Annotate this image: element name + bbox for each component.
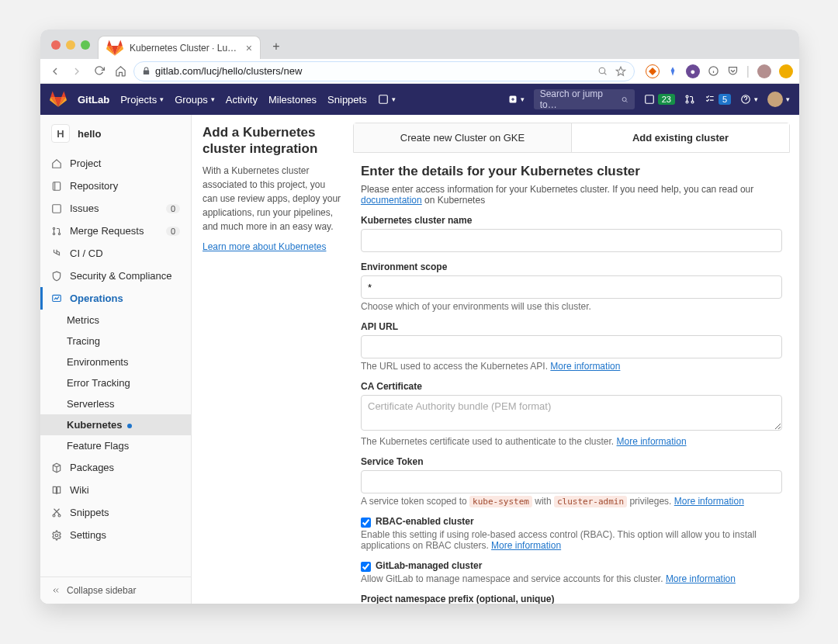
- sidebar-item-project[interactable]: Project: [40, 152, 191, 175]
- rbac-label: RBAC-enabled cluster: [376, 516, 474, 527]
- rbac-checkbox-row: RBAC-enabled cluster: [361, 516, 782, 528]
- issues-icon: [51, 203, 62, 214]
- plus-dropdown[interactable]: ▾: [508, 95, 525, 104]
- tab-add-existing[interactable]: Add existing cluster: [572, 123, 789, 152]
- sidebar-item-snippets[interactable]: Snippets: [40, 501, 191, 524]
- sidebar-sub-feature-flags[interactable]: Feature Flags: [40, 435, 191, 456]
- env-scope-input[interactable]: [361, 275, 782, 299]
- nav-milestones[interactable]: Milestones: [268, 94, 317, 106]
- search-placeholder: Search or jump to…: [540, 88, 616, 110]
- search-in-url-icon[interactable]: [597, 66, 608, 76]
- sidebar-sub-environments[interactable]: Environments: [40, 351, 191, 372]
- api-url-input[interactable]: [361, 335, 782, 358]
- minimize-window-icon[interactable]: [66, 40, 75, 50]
- form-column: Create new Cluster on GKE Add existing c…: [353, 115, 799, 604]
- svg-point-7: [686, 101, 688, 103]
- bookmark-star-icon[interactable]: [615, 66, 626, 77]
- intro-column: Add a Kubernetes cluster integration Wit…: [192, 115, 353, 604]
- issues-link[interactable]: 23: [644, 94, 675, 105]
- sidebar-item-operations[interactable]: Operations: [40, 287, 191, 310]
- sidebar-item-settings[interactable]: Settings: [40, 524, 191, 546]
- nav-more-icon[interactable]: ▾: [378, 94, 396, 105]
- sidebar-item-cicd[interactable]: CI / CD: [40, 242, 191, 265]
- more-info-link[interactable]: More information: [617, 436, 687, 447]
- service-token-help: A service token scoped to kube-system wi…: [361, 496, 782, 507]
- svg-point-14: [58, 233, 60, 234]
- sidebar-project-header[interactable]: H hello: [40, 115, 191, 152]
- user-menu[interactable]: ▾: [767, 92, 790, 107]
- intro-title: Add a Kubernetes cluster integration: [203, 124, 342, 158]
- forward-icon[interactable]: [68, 63, 85, 80]
- more-info-link[interactable]: More information: [491, 540, 561, 551]
- sidebar-item-repository[interactable]: Repository: [40, 175, 191, 197]
- service-token-input[interactable]: [361, 470, 782, 493]
- ca-cert-textarea[interactable]: [361, 395, 782, 431]
- api-url-help: The URL used to access the Kubernetes AP…: [361, 361, 782, 372]
- home-icon: [51, 158, 62, 169]
- svg-point-17: [58, 514, 61, 517]
- global-search[interactable]: Search or jump to…: [534, 89, 635, 109]
- documentation-link[interactable]: documentation: [361, 195, 422, 206]
- maximize-window-icon[interactable]: [81, 40, 90, 50]
- sidebar-sub-serverless[interactable]: Serverless: [40, 393, 191, 414]
- close-tab-icon[interactable]: ×: [246, 42, 252, 54]
- svg-rect-5: [645, 95, 653, 104]
- managed-checkbox[interactable]: [361, 562, 371, 572]
- chevron-left-icon: [51, 586, 61, 595]
- learn-more-link[interactable]: Learn more about Kubernetes: [203, 241, 326, 252]
- managed-label: GitLab-managed cluster: [376, 560, 482, 571]
- nav-snippets[interactable]: Snippets: [327, 94, 367, 106]
- profile-avatar-1[interactable]: [757, 64, 771, 78]
- browser-tab[interactable]: Kubernetes Cluster · Luc Jugg ×: [98, 36, 261, 59]
- pocket-icon[interactable]: [727, 65, 739, 77]
- nav-groups[interactable]: Groups▾: [175, 94, 215, 106]
- ca-cert-label: CA Certificate: [361, 381, 782, 392]
- project-avatar: H: [51, 124, 70, 143]
- sidebar-item-issues[interactable]: Issues0: [40, 197, 191, 220]
- merge-requests-icon[interactable]: [684, 94, 695, 105]
- sidebar-item-wiki[interactable]: Wiki: [40, 479, 191, 501]
- new-tab-button[interactable]: +: [265, 36, 287, 57]
- back-icon[interactable]: [47, 63, 64, 80]
- nav-activity[interactable]: Activity: [226, 94, 258, 106]
- sidebar-item-merge-requests[interactable]: Merge Requests0: [40, 220, 191, 242]
- content-area: H hello Project Repository Issues0 Merge…: [40, 115, 799, 604]
- profile-avatar-2[interactable]: [779, 64, 793, 78]
- service-token-label: Service Token: [361, 456, 782, 467]
- gitlab-topnav: GitLab Projects▾ Groups▾ Activity Milest…: [40, 84, 799, 115]
- svg-point-4: [622, 97, 626, 101]
- rbac-checkbox[interactable]: [361, 518, 371, 528]
- managed-help: Allow GitLab to manage namespace and ser…: [361, 573, 782, 584]
- nav-projects[interactable]: Projects▾: [120, 94, 164, 106]
- more-info-link[interactable]: More information: [674, 496, 744, 507]
- reload-icon[interactable]: [90, 63, 107, 80]
- gitlab-logo-icon[interactable]: [50, 91, 67, 108]
- home-icon[interactable]: [112, 63, 129, 80]
- collapse-sidebar[interactable]: Collapse sidebar: [40, 576, 191, 604]
- sidebar-item-security[interactable]: Security & Compliance: [40, 265, 191, 287]
- sidebar-sub-kubernetes[interactable]: Kubernetes: [40, 414, 191, 435]
- todos-link[interactable]: 5: [705, 94, 731, 105]
- info-icon[interactable]: [708, 65, 719, 77]
- sidebar-item-packages[interactable]: Packages: [40, 456, 191, 479]
- sidebar-sub-tracing[interactable]: Tracing: [40, 331, 191, 351]
- svg-point-8: [691, 101, 694, 103]
- gitlab-brand[interactable]: GitLab: [78, 94, 109, 106]
- cicd-icon: [51, 248, 62, 259]
- form-description: Please enter access information for your…: [361, 184, 782, 206]
- snippets-icon: [51, 507, 62, 518]
- close-window-icon[interactable]: [51, 40, 61, 50]
- more-info-link[interactable]: More information: [666, 573, 736, 584]
- extension-icon[interactable]: [667, 66, 678, 77]
- operations-icon: [51, 293, 62, 304]
- extension-icon[interactable]: ●: [686, 64, 700, 78]
- url-bar[interactable]: gitlab.com/lucj/hello/clusters/new: [133, 61, 635, 81]
- sidebar-sub-metrics[interactable]: Metrics: [40, 310, 191, 331]
- cluster-name-input[interactable]: [361, 229, 782, 252]
- help-dropdown[interactable]: ▾: [740, 94, 758, 105]
- svg-point-0: [599, 68, 605, 74]
- tab-create-gke[interactable]: Create new Cluster on GKE: [354, 123, 572, 152]
- more-info-link[interactable]: More information: [550, 361, 620, 372]
- sidebar-sub-error-tracking[interactable]: Error Tracking: [40, 372, 191, 393]
- api-url-label: API URL: [361, 321, 782, 332]
